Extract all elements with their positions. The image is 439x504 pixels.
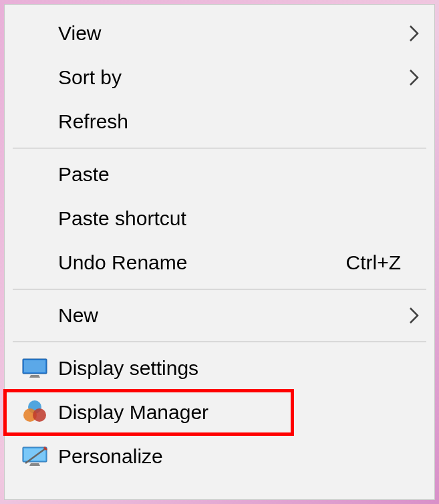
menu-item-view[interactable]: View [5,11,434,55]
menu-label: Personalize [58,445,408,468]
menu-item-display-manager[interactable]: Display Manager [5,390,434,434]
personalize-icon [11,446,58,467]
menu-item-undo-rename[interactable]: Undo Rename Ctrl+Z [5,241,434,285]
svg-point-4 [33,408,46,422]
menu-item-refresh[interactable]: Refresh [5,100,434,144]
color-circles-icon [11,399,58,426]
menu-item-paste-shortcut[interactable]: Paste shortcut [5,197,434,241]
menu-label: Display settings [58,357,408,380]
menu-item-new[interactable]: New [5,293,434,338]
menu-label: Paste shortcut [58,207,408,230]
menu-shortcut: Ctrl+Z [346,251,402,274]
menu-label: Sort by [58,66,408,89]
svg-rect-1 [24,360,45,372]
menu-label: New [58,304,408,327]
menu-item-personalize[interactable]: Personalize [5,434,434,479]
chevron-right-icon [408,306,421,325]
monitor-icon [11,358,58,379]
menu-item-paste[interactable]: Paste [5,152,434,197]
menu-item-display-settings[interactable]: Display settings [5,346,434,390]
desktop-context-menu: View Sort by Refresh Paste Paste shortcu… [4,4,435,500]
menu-label: Paste [58,163,408,186]
menu-separator [13,289,426,289]
menu-label: Display Manager [58,401,408,424]
menu-label: Undo Rename [58,251,346,274]
menu-separator [13,342,426,342]
menu-separator [13,148,426,148]
chevron-right-icon [408,68,421,87]
menu-label: Refresh [58,110,408,133]
chevron-right-icon [408,24,421,43]
menu-item-sort-by[interactable]: Sort by [5,55,434,100]
menu-label: View [58,22,408,45]
